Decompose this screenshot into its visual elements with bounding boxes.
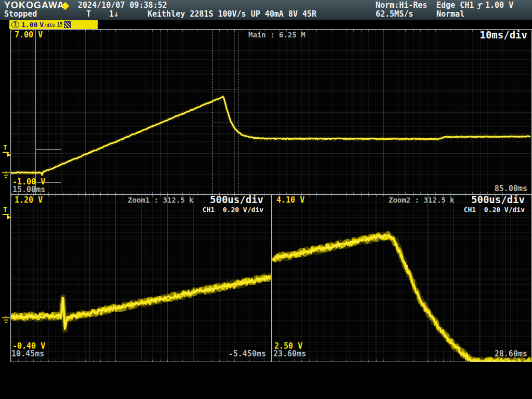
zoom1-timebase-label: 500us/div [203, 195, 263, 205]
zoom1-trigger-level-marker: T [3, 206, 7, 214]
main-trigger-level-marker: T [3, 144, 7, 151]
zoom2-v-top-label: 4.10 V [276, 196, 304, 205]
zoom1-v-top-label: 1.20 V [15, 196, 43, 205]
main-trace [11, 96, 530, 175]
zoom2-t-left-label: 23.60ms [273, 350, 306, 358]
zoom2-channel-scale-label: CH1 0.20 V/div [448, 206, 525, 214]
zoom1-ground-icon [2, 315, 10, 326]
main-ground-icon [2, 170, 10, 181]
zoom1-record-label: Zoom1 : 312.5 k [128, 196, 193, 204]
zoom1-t-left-label: 10.45ms [11, 350, 44, 358]
main-timebase-label: 10ms/div [468, 30, 527, 41]
main-t-right-label: 85.00ms [468, 185, 527, 193]
zoom2-record-label: Zoom2 : 312.5 k [389, 196, 454, 204]
zoom2-timebase-label: 500us/div [464, 195, 525, 205]
zoom2-t-right-label: 28.60ms [469, 350, 527, 358]
main-trigger-level-arrow-icon [7, 152, 11, 157]
zoom1-channel-scale-label: CH1 0.20 V/div [187, 206, 263, 214]
oscilloscope-screen: YOKOGAWA 2024/10/07 09:38:52 Stopped T 1… [0, 0, 532, 399]
zoom1-trigger-level-arrow-icon [7, 215, 11, 219]
zoom1-t-right-label: -5.450ms [208, 350, 266, 358]
main-t-left-label: 15.00ms [12, 186, 45, 194]
main-v-top-label: 7.00 V [15, 31, 43, 39]
zoom2-trace [273, 233, 530, 365]
zoom1-trace [11, 275, 271, 330]
main-record-label: Main : 6.25 M [248, 31, 305, 39]
